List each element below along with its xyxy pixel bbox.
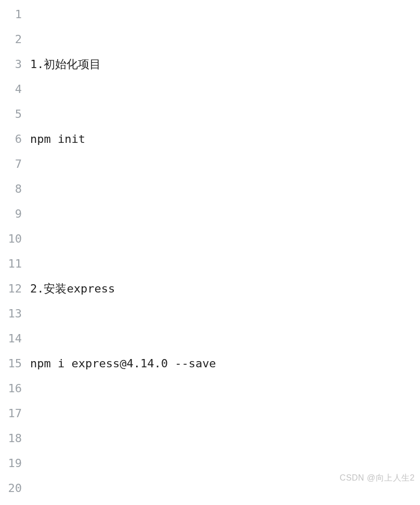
- code-block: 1 2 3 4 5 6 7 8 9 10 11 12 13 14 15 16 1…: [0, 0, 420, 505]
- line-number: 4: [0, 77, 22, 102]
- line-number: 15: [0, 351, 22, 376]
- line-number-gutter: 1 2 3 4 5 6 7 8 9 10 11 12 13 14 15 16 1…: [0, 2, 29, 505]
- line-number: 9: [0, 202, 22, 227]
- code-line: npm init: [30, 127, 420, 152]
- code-line: 3.新建一个index.js: [30, 501, 420, 505]
- line-number: 1: [0, 2, 22, 27]
- code-line: 1.初始化项目: [30, 52, 420, 77]
- code-line: 2.安装express: [30, 276, 420, 301]
- line-number: 17: [0, 401, 22, 426]
- line-number: 20: [0, 476, 22, 501]
- line-number: 11: [0, 251, 22, 276]
- line-number: 2: [0, 27, 22, 52]
- line-number: 19: [0, 451, 22, 476]
- line-number: 14: [0, 326, 22, 351]
- line-number: 6: [0, 127, 22, 152]
- line-number: 13: [0, 301, 22, 326]
- code-line: [30, 426, 420, 451]
- line-number: 3: [0, 52, 22, 77]
- line-number: 18: [0, 426, 22, 451]
- line-number: 5: [0, 102, 22, 127]
- line-number: 16: [0, 376, 22, 401]
- line-number: 10: [0, 227, 22, 251]
- line-number: 7: [0, 152, 22, 177]
- line-number: 8: [0, 177, 22, 202]
- code-content: 1.初始化项目 npm init 2.安装express npm i expre…: [29, 2, 420, 505]
- line-number: 12: [0, 276, 22, 301]
- code-line: npm i express@4.14.0 --save: [30, 351, 420, 376]
- code-line: [30, 202, 420, 227]
